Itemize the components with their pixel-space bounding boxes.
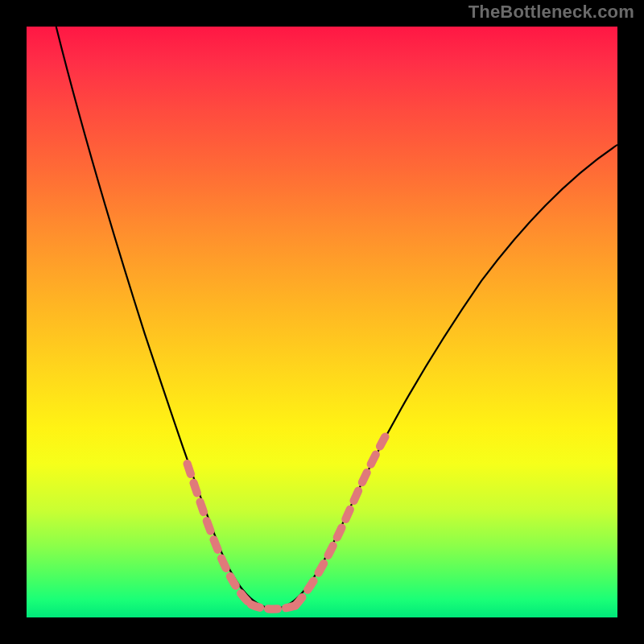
chart-plot-area [27, 27, 617, 617]
chart-frame: TheBottleneck.com [0, 0, 644, 644]
bottleneck-curve [56, 27, 617, 609]
chart-svg [27, 27, 617, 617]
marker-dots-trough [251, 605, 295, 609]
watermark-label: TheBottleneck.com [469, 2, 634, 23]
marker-dots-left [188, 464, 251, 605]
marker-dots-right [295, 431, 388, 606]
